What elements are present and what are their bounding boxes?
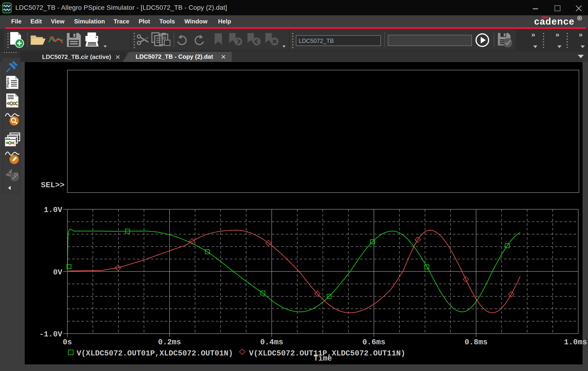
svg-text:0.8ms: 0.8ms [464,338,487,347]
svg-text:1.0ms: 1.0ms [564,338,587,347]
svg-text:SEL>>: SEL>> [41,181,64,190]
svg-text:0V: 0V [53,268,62,277]
svg-text:Time: Time [314,354,332,363]
svg-text:V(XLDC5072.OUT01P,XLDC5072.OUT: V(XLDC5072.OUT01P,XLDC5072.OUT01N) [77,349,233,358]
svg-text:0s: 0s [63,338,72,347]
svg-text:0.2ms: 0.2ms [158,338,181,347]
svg-text:1.0V: 1.0V [44,206,62,214]
svg-text:-1.0V: -1.0V [39,330,62,339]
svg-text:0.6ms: 0.6ms [362,338,385,347]
svg-text:0.4ms: 0.4ms [260,338,283,347]
